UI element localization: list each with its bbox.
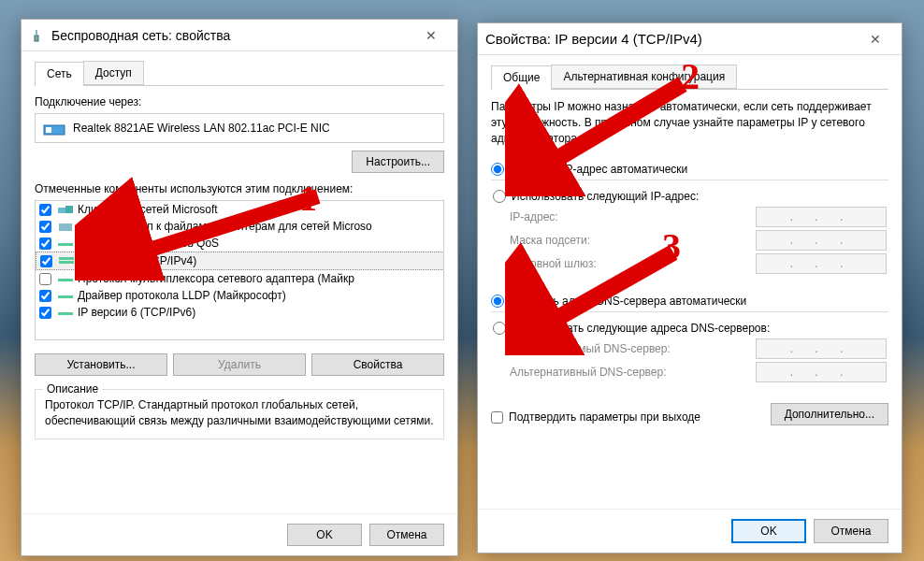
subnet-label: Маска подсети: <box>510 234 756 247</box>
list-item[interactable]: Драйвер протокола LLDP (Майкрософт) <box>36 287 444 304</box>
list-item-label: IP версии 4 (TCP/IPv4) <box>79 254 196 267</box>
dns-manual-radio-row[interactable]: Использовать следующие адреса DNS-сервер… <box>493 322 887 335</box>
ok-button[interactable]: OK <box>287 524 362 546</box>
protocol-icon <box>58 254 75 267</box>
tab-strip: Сеть Доступ <box>35 61 444 86</box>
dns-manual-radio[interactable] <box>493 322 506 335</box>
list-item-ipv4[interactable]: IP версии 4 (TCP/IPv4) <box>36 252 444 270</box>
tab-general[interactable]: Общие <box>491 65 552 90</box>
connect-via-label: Подключение через: <box>35 95 444 108</box>
gateway-label: Основной шлюз: <box>510 257 756 270</box>
svg-rect-10 <box>58 279 73 281</box>
item-checkbox[interactable] <box>39 307 51 319</box>
ip-auto-radio[interactable] <box>491 163 504 176</box>
ipv4-properties-window: Свойства: IP версии 4 (TCP/IPv4) ✕ Общие… <box>477 22 902 554</box>
dns-pref-label: Предпочитаемый DNS-сервер: <box>510 342 756 355</box>
dns-pref-input: . . . <box>756 338 887 359</box>
adapter-icon <box>43 120 65 137</box>
list-item-label: Протокол мультиплексора сетевого адаптер… <box>78 272 354 285</box>
ip-manual-radio-row[interactable]: Использовать следующий IP-адрес: <box>493 190 887 203</box>
titlebar[interactable]: Беспроводная сеть: свойства ✕ <box>22 20 457 51</box>
dns-manual-label: Использовать следующие адреса DNS-сервер… <box>512 322 770 335</box>
adapter-box: Realtek 8821AE Wireless LAN 802.11ac PCI… <box>35 113 444 143</box>
configure-button[interactable]: Настроить... <box>352 151 444 173</box>
svg-rect-0 <box>35 36 38 41</box>
svg-rect-9 <box>59 257 74 260</box>
tab-strip: Общие Альтернативная конфигурация <box>491 65 888 90</box>
item-checkbox[interactable] <box>39 273 51 285</box>
svg-rect-11 <box>58 295 73 298</box>
titlebar[interactable]: Свойства: IP версии 4 (TCP/IPv4) ✕ <box>478 23 902 55</box>
remove-button: Удалить <box>173 353 306 376</box>
list-item-label: Драйвер протокола LLDP (Майкрософт) <box>78 289 286 302</box>
svg-rect-3 <box>46 127 51 133</box>
list-item[interactable]: Общий доступ к файлам и принтерам для се… <box>36 218 444 235</box>
tab-access[interactable]: Доступ <box>83 61 144 85</box>
item-checkbox[interactable] <box>39 204 51 216</box>
item-checkbox[interactable] <box>39 290 51 302</box>
dns-auto-radio-row[interactable]: Получить адрес DNS-сервера автоматически <box>491 295 888 308</box>
info-text: Параметры IP можно назначать автоматичес… <box>491 99 888 146</box>
svg-rect-1 <box>36 30 37 36</box>
list-item-label: Общий доступ к файлам и принтерам для се… <box>78 220 372 233</box>
item-checkbox[interactable] <box>39 237 51 250</box>
svg-rect-7 <box>58 243 73 246</box>
svg-rect-8 <box>59 261 74 264</box>
svg-rect-6 <box>59 223 72 231</box>
close-button[interactable]: ✕ <box>857 26 894 52</box>
cancel-button[interactable]: Отмена <box>814 519 888 543</box>
components-listbox[interactable]: Клиент для сетей Microsoft Общий доступ … <box>35 200 444 340</box>
list-item[interactable]: IP версии 6 (TCP/IPv6) <box>36 304 444 321</box>
ip-manual-label: Использовать следующий IP-адрес: <box>512 190 699 203</box>
cancel-button[interactable]: Отмена <box>369 524 444 546</box>
svg-rect-5 <box>65 206 73 213</box>
components-label: Отмеченные компоненты используются этим … <box>35 182 444 195</box>
tab-network[interactable]: Сеть <box>35 62 84 86</box>
description-text: Протокол TCP/IP. Стандартный протокол гл… <box>45 397 434 429</box>
advanced-button[interactable]: Дополнительно... <box>771 403 888 425</box>
subnet-input: . . . <box>756 230 887 251</box>
ip-auto-label: Получить IP-адрес автоматически <box>510 163 687 176</box>
dns-auto-radio[interactable] <box>491 295 504 308</box>
dns-alt-input: . . . <box>756 362 887 382</box>
item-checkbox[interactable] <box>39 221 51 233</box>
item-checkbox[interactable] <box>40 255 52 267</box>
properties-button[interactable]: Свойства <box>311 353 444 376</box>
list-item[interactable]: Протокол мультиплексора сетевого адаптер… <box>36 270 444 287</box>
share-icon <box>57 220 74 233</box>
adapter-name: Realtek 8821AE Wireless LAN 802.11ac PCI… <box>73 122 330 135</box>
ip-address-label: IP-адрес: <box>510 210 756 223</box>
tab-alt-config[interactable]: Альтернативная конфигурация <box>551 65 737 89</box>
protocol-icon <box>57 306 74 319</box>
client-icon <box>57 203 74 216</box>
ok-button[interactable]: OK <box>731 519 806 543</box>
ip-address-input: . . . <box>756 207 887 227</box>
close-button[interactable]: ✕ <box>412 22 450 49</box>
list-item-label: Клиент для сетей Microsoft <box>78 203 218 216</box>
description-title: Описание <box>43 382 102 396</box>
window-title: Беспроводная сеть: свойства <box>51 28 412 43</box>
protocol-icon <box>57 272 74 285</box>
protocol-icon <box>57 289 74 302</box>
list-item-label: Планировщик пакетов QoS <box>78 237 219 250</box>
wireless-adapter-icon <box>29 28 44 43</box>
ip-manual-radio[interactable] <box>493 190 506 203</box>
wireless-properties-window: Беспроводная сеть: свойства ✕ Сеть Досту… <box>21 19 458 556</box>
install-button[interactable]: Установить... <box>35 353 167 376</box>
list-item[interactable]: Планировщик пакетов QoS <box>36 235 444 252</box>
gateway-input: . . . <box>756 253 887 274</box>
list-item[interactable]: Клиент для сетей Microsoft <box>36 201 444 218</box>
description-group: Описание Протокол TCP/IP. Стандартный пр… <box>35 389 444 439</box>
svg-rect-4 <box>58 208 65 213</box>
dns-auto-label: Получить адрес DNS-сервера автоматически <box>510 295 746 308</box>
dns-alt-label: Альтернативный DNS-сервер: <box>510 366 756 379</box>
svg-rect-12 <box>58 312 73 315</box>
window-title: Свойства: IP версии 4 (TCP/IPv4) <box>485 31 857 47</box>
qos-icon <box>57 237 74 250</box>
ip-auto-radio-row[interactable]: Получить IP-адрес автоматически <box>491 163 888 176</box>
list-item-label: IP версии 6 (TCP/IPv6) <box>78 306 195 319</box>
